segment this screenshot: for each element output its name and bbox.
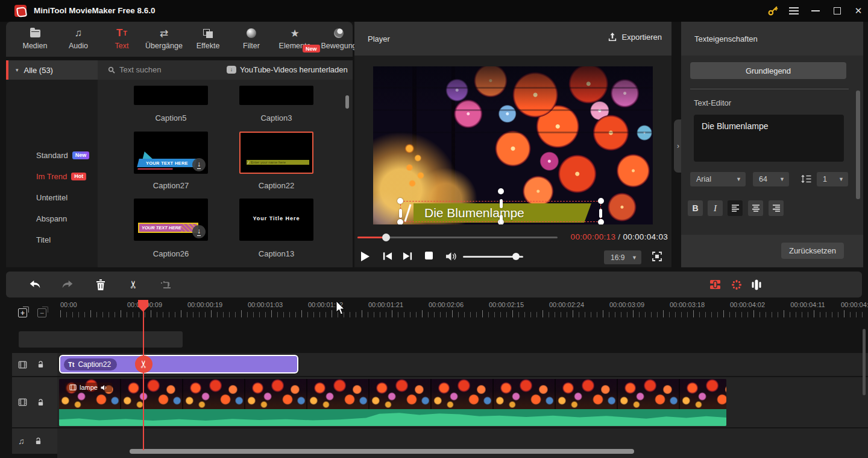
seek-handle[interactable]	[382, 234, 390, 241]
resize-handle[interactable]	[598, 219, 604, 224]
add-track-button[interactable]: +	[18, 308, 27, 317]
align-right-button[interactable]	[769, 200, 784, 216]
menu-icon[interactable]	[787, 5, 800, 17]
export-button[interactable]: Exportieren	[608, 32, 662, 42]
key-icon[interactable]	[766, 5, 779, 17]
sidebar-item-standard[interactable]: Standard New	[36, 150, 89, 161]
timeline-text-clip[interactable]: Tt Caption22	[59, 355, 298, 374]
template-thumb-caption3[interactable]	[239, 86, 313, 105]
font-size-select[interactable]: 64 ▼	[753, 172, 789, 186]
template-thumb-caption5[interactable]	[134, 86, 208, 105]
empty-track-row	[19, 331, 183, 348]
font-family-select[interactable]: Arial ▼	[690, 172, 746, 186]
tab-medien[interactable]: Medien	[12, 27, 58, 54]
edge-handle[interactable]	[599, 209, 602, 218]
text-editor-input[interactable]: Die Blumenlampe	[694, 115, 844, 162]
tab-audio[interactable]: ♫ Audio	[55, 27, 101, 54]
volume-icon[interactable]	[445, 252, 457, 261]
template-thumb-caption26[interactable]: YOUR TEXT HERE ↓	[134, 199, 208, 241]
next-frame-button[interactable]	[403, 252, 413, 261]
template-label: Caption5	[134, 113, 208, 122]
remove-track-button[interactable]: −	[37, 308, 46, 317]
playhead-line[interactable]	[143, 300, 144, 450]
ruler-label: 00:00:04:2	[841, 301, 868, 308]
category-sidebar: ▾ Alle (53) Standard New Im Trend Hot Un…	[6, 60, 98, 267]
crop-button[interactable]	[155, 272, 177, 297]
caption-selection-box[interactable]	[400, 201, 601, 222]
delete-button[interactable]	[90, 272, 112, 297]
line-spacing-select[interactable]: 1 ▼	[817, 172, 848, 186]
timeline-vertical-scrollbar[interactable]	[863, 329, 866, 395]
resize-handle[interactable]	[397, 198, 403, 204]
search-input[interactable]: Text suchen	[119, 65, 161, 74]
track-link-icon[interactable]	[704, 272, 726, 297]
ruler-label: 00:00:01:21	[368, 301, 403, 308]
audio-meter-icon[interactable]	[746, 272, 767, 297]
app-logo-icon	[14, 5, 27, 17]
timeline-ruler[interactable]: 00:00 00:00:00:09 00:00:00:19 00:00:01:0…	[0, 297, 868, 323]
library-scrollbar[interactable]	[345, 95, 349, 109]
undo-button[interactable]	[24, 272, 46, 297]
video-clip-thumbnails	[59, 379, 726, 409]
align-center-button[interactable]	[748, 200, 763, 216]
play-button[interactable]	[360, 252, 370, 261]
split-scissors-button[interactable]: ✂	[122, 272, 144, 297]
unlock-icon[interactable]	[37, 360, 45, 369]
previous-frame-button[interactable]	[382, 252, 392, 261]
template-thumb-caption27[interactable]: YOUR TEXT HERE ↓	[134, 132, 208, 174]
edge-handle[interactable]	[500, 199, 503, 208]
sidebar-item-alle[interactable]: ▾ Alle (53)	[6, 60, 98, 80]
sidebar-item-im-trend[interactable]: Im Trend Hot	[36, 171, 86, 182]
tab-uebergaenge[interactable]: ⇄ Übergänge	[141, 27, 187, 54]
timeline-horizontal-scrollbar[interactable]	[130, 449, 634, 454]
tab-effekte[interactable]: Effekte	[185, 27, 231, 54]
download-icon[interactable]: ↓	[192, 158, 206, 171]
selected-indicator	[6, 60, 8, 80]
download-icon[interactable]: ↓	[192, 225, 206, 238]
unlock-icon[interactable]	[37, 398, 45, 407]
youtube-download-link[interactable]: YouTube-Videos herunterladen	[240, 65, 348, 74]
redo-button[interactable]	[57, 272, 78, 297]
italic-button[interactable]: I	[708, 200, 723, 216]
expander-caret-icon[interactable]: ▾	[16, 67, 19, 73]
bold-button[interactable]: B	[688, 200, 703, 216]
sidebar-item-abspann[interactable]: Abspann	[36, 213, 67, 224]
resize-handle[interactable]	[397, 219, 403, 224]
resize-handle[interactable]	[598, 198, 604, 204]
volume-handle[interactable]	[512, 253, 520, 260]
chevron-down-icon: ▼	[838, 176, 844, 182]
fullscreen-button[interactable]	[652, 252, 662, 261]
template-thumb-caption22[interactable]: /Enter your name here	[239, 132, 313, 174]
template-thumb-caption13[interactable]: Your Title Here	[239, 199, 313, 241]
sidebar-item-titel[interactable]: Titel	[36, 234, 51, 245]
playhead-split-button[interactable]: ✂	[135, 355, 153, 373]
timeline-video-clip[interactable]: lampe	[59, 379, 726, 426]
audio-waveform	[59, 409, 726, 426]
aspect-ratio-select[interactable]: 16:9 ▼	[604, 250, 641, 264]
video-preview[interactable]: Die Blumenlampe	[373, 66, 653, 224]
sidebar-item-untertitel[interactable]: Untertitel	[36, 192, 68, 203]
stop-button[interactable]	[425, 252, 433, 259]
edge-handle[interactable]	[500, 215, 503, 224]
template-label: Caption3	[239, 113, 313, 122]
split-marker-icon[interactable]	[726, 272, 747, 297]
tab-text[interactable]: TT Text	[99, 27, 145, 54]
align-left-button[interactable]	[728, 200, 743, 216]
tab-grundlegend[interactable]: Grundlegend	[690, 62, 846, 79]
film-track-icon	[18, 360, 27, 369]
close-icon[interactable]: ✕	[852, 5, 865, 17]
seek-bar[interactable]	[357, 237, 558, 238]
maximize-icon[interactable]	[831, 5, 844, 17]
rotate-handle[interactable]	[498, 188, 504, 194]
unlock-icon[interactable]	[34, 437, 42, 445]
properties-scrollbar[interactable]	[856, 91, 860, 199]
minimize-icon[interactable]	[809, 5, 822, 17]
reset-button[interactable]: Zurücksetzen	[781, 243, 844, 259]
properties-header: Texteigenschaften	[681, 22, 863, 56]
volume-slider[interactable]	[463, 256, 523, 258]
speaker-icon	[101, 384, 108, 391]
edge-handle[interactable]	[399, 209, 402, 218]
tab-filter[interactable]: Filter	[228, 27, 274, 54]
player-header: Player Exportieren	[354, 22, 671, 56]
text-type-icon: Tt	[68, 361, 74, 368]
